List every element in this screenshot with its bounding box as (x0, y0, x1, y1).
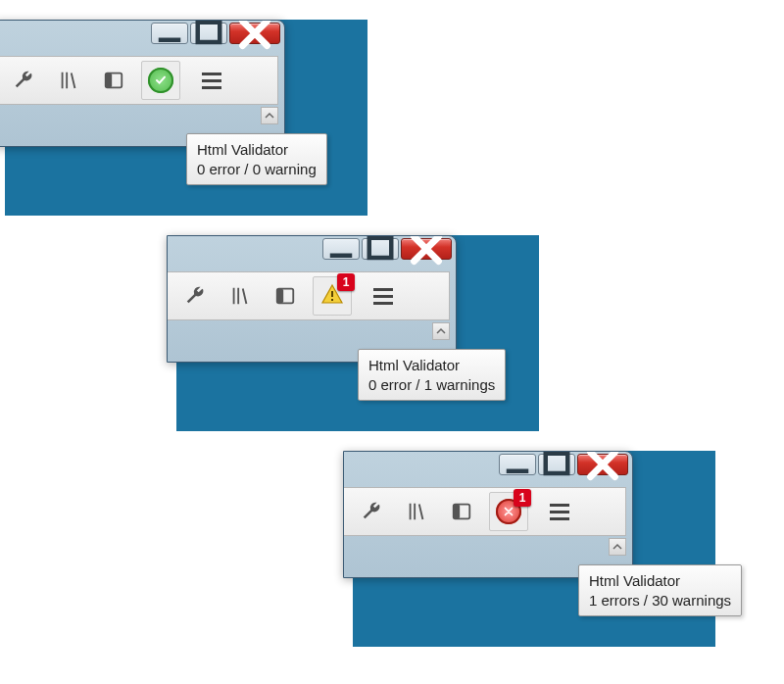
svg-rect-9 (331, 299, 333, 301)
close-button[interactable] (577, 454, 628, 475)
validator-tooltip: Html Validator 0 error / 1 warnings (358, 349, 506, 401)
menu-button[interactable] (550, 504, 569, 520)
tooltip-status: 1 errors / 30 warnings (589, 591, 731, 611)
validator-tooltip: Html Validator 1 errors / 30 warnings (578, 564, 742, 616)
window-titlebar (344, 452, 632, 483)
validator-button[interactable]: 1 (313, 276, 352, 316)
wrench-icon[interactable] (358, 498, 385, 525)
browser-toolbar: 1 (344, 487, 626, 536)
library-icon[interactable] (403, 498, 430, 525)
svg-rect-13 (454, 505, 460, 519)
browser-window (0, 20, 285, 147)
svg-rect-0 (159, 38, 181, 43)
browser-window: 1 (343, 451, 633, 578)
minimize-button[interactable] (322, 238, 360, 260)
maximize-button[interactable] (190, 23, 227, 44)
minimize-button[interactable] (151, 23, 188, 44)
svg-rect-8 (331, 291, 333, 297)
scroll-up-button[interactable] (261, 107, 278, 124)
tooltip-status: 0 error / 1 warnings (368, 375, 495, 395)
validator-tooltip: Html Validator 0 error / 0 warning (186, 133, 327, 185)
maximize-button[interactable] (362, 238, 399, 260)
validator-button[interactable]: 1 (489, 492, 528, 531)
scroll-up-button[interactable] (609, 538, 626, 556)
wrench-icon[interactable] (181, 282, 209, 310)
hamburger-icon (550, 504, 569, 507)
maximize-button[interactable] (538, 454, 575, 475)
svg-rect-1 (198, 23, 220, 42)
browser-window: 1 (167, 235, 457, 363)
wrench-icon[interactable] (10, 67, 37, 94)
tooltip-status: 0 error / 0 warning (197, 160, 317, 179)
browser-toolbar: 1 (168, 271, 450, 320)
sidebar-icon[interactable] (100, 67, 127, 94)
sidebar-icon[interactable] (271, 282, 299, 310)
menu-button[interactable] (202, 73, 221, 89)
browser-toolbar (0, 56, 278, 105)
svg-rect-7 (277, 289, 283, 304)
tooltip-title: Html Validator (197, 140, 317, 160)
checkmark-icon (148, 68, 173, 93)
library-icon[interactable] (226, 282, 254, 310)
hamburger-icon (202, 73, 221, 75)
notification-badge: 1 (337, 273, 355, 291)
menu-button[interactable] (373, 288, 393, 305)
notification-badge: 1 (514, 489, 531, 507)
tooltip-title: Html Validator (589, 571, 731, 591)
svg-rect-11 (546, 454, 568, 473)
hamburger-icon (373, 288, 393, 291)
svg-rect-5 (369, 238, 392, 258)
svg-rect-4 (330, 254, 353, 259)
window-titlebar (168, 236, 456, 268)
sidebar-icon[interactable] (448, 498, 475, 525)
scroll-up-button[interactable] (432, 322, 450, 340)
svg-rect-3 (106, 73, 112, 88)
close-button[interactable] (229, 23, 280, 44)
library-icon[interactable] (55, 67, 82, 94)
tooltip-title: Html Validator (368, 356, 495, 375)
svg-rect-10 (507, 469, 529, 474)
close-button[interactable] (401, 238, 452, 260)
minimize-button[interactable] (499, 454, 536, 475)
validator-button[interactable] (141, 61, 180, 100)
window-titlebar (0, 21, 284, 52)
